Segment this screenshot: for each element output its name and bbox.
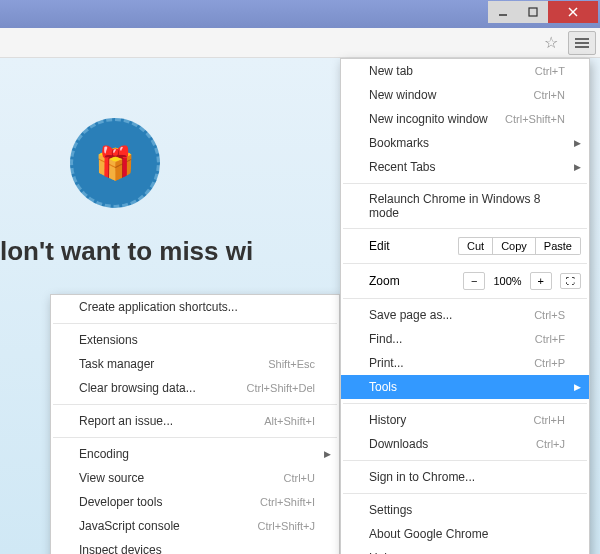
menu-label: Edit [369, 239, 458, 253]
cut-button[interactable]: Cut [458, 237, 492, 255]
shortcut: Ctrl+T [535, 65, 565, 77]
minimize-button[interactable] [488, 1, 518, 23]
menu-recent-tabs[interactable]: Recent Tabs▶ [341, 155, 589, 179]
shortcut: Ctrl+H [534, 414, 565, 426]
menu-save-as[interactable]: Save page as...Ctrl+S [341, 303, 589, 327]
menu-label: Recent Tabs [369, 160, 436, 174]
menu-label: History [369, 413, 406, 427]
copy-button[interactable]: Copy [492, 237, 536, 255]
shortcut: Ctrl+P [534, 357, 565, 369]
submenu-report-issue[interactable]: Report an issue...Alt+Shift+I [51, 409, 339, 433]
menu-new-tab[interactable]: New tabCtrl+T [341, 59, 589, 83]
maximize-button[interactable] [518, 1, 548, 23]
zoom-value: 100% [489, 275, 525, 287]
menu-label: New tab [369, 64, 413, 78]
page-headline: lon't want to miss wi [0, 236, 253, 267]
separator [343, 183, 587, 184]
window-titlebar [0, 0, 600, 28]
chevron-right-icon: ▶ [574, 138, 581, 148]
shortcut: Alt+Shift+I [264, 415, 315, 427]
browser-toolbar: ☆ [0, 28, 600, 58]
menu-label: Find... [369, 332, 402, 346]
menu-bookmarks[interactable]: Bookmarks▶ [341, 131, 589, 155]
separator [343, 403, 587, 404]
separator [53, 323, 337, 324]
submenu-encoding[interactable]: Encoding▶ [51, 442, 339, 466]
menu-label: View source [79, 471, 144, 485]
menu-label: About Google Chrome [369, 527, 488, 541]
separator [53, 437, 337, 438]
submenu-js-console[interactable]: JavaScript consoleCtrl+Shift+J [51, 514, 339, 538]
menu-label: Report an issue... [79, 414, 173, 428]
menu-zoom-row: Zoom − 100% + ⛶ [341, 268, 589, 294]
main-menu: New tabCtrl+T New windowCtrl+N New incog… [340, 58, 590, 554]
shortcut: Ctrl+Shift+I [260, 496, 315, 508]
fullscreen-button[interactable]: ⛶ [560, 273, 581, 289]
menu-label: New incognito window [369, 112, 488, 126]
zoom-out-button[interactable]: − [463, 272, 485, 290]
menu-relaunch[interactable]: Relaunch Chrome in Windows 8 mode [341, 188, 589, 224]
separator [343, 298, 587, 299]
menu-label: Extensions [79, 333, 138, 347]
menu-label: JavaScript console [79, 519, 180, 533]
paste-button[interactable]: Paste [536, 237, 581, 255]
close-button[interactable] [548, 1, 598, 23]
menu-about[interactable]: About Google Chrome [341, 522, 589, 546]
submenu-extensions[interactable]: Extensions [51, 328, 339, 352]
hamburger-menu-button[interactable] [568, 31, 596, 55]
menu-label: Tools [369, 380, 397, 394]
separator [343, 493, 587, 494]
menu-print[interactable]: Print...Ctrl+P [341, 351, 589, 375]
submenu-dev-tools[interactable]: Developer toolsCtrl+Shift+I [51, 490, 339, 514]
tools-submenu: Create application shortcuts... Extensio… [50, 294, 340, 554]
menu-downloads[interactable]: DownloadsCtrl+J [341, 432, 589, 456]
shortcut: Ctrl+Shift+N [505, 113, 565, 125]
menu-help[interactable]: Help [341, 546, 589, 554]
shortcut: Ctrl+Shift+Del [247, 382, 315, 394]
menu-new-incognito[interactable]: New incognito windowCtrl+Shift+N [341, 107, 589, 131]
svg-rect-1 [529, 8, 537, 16]
menu-label: New window [369, 88, 436, 102]
submenu-clear-data[interactable]: Clear browsing data...Ctrl+Shift+Del [51, 376, 339, 400]
menu-label: Bookmarks [369, 136, 429, 150]
menu-label: Sign in to Chrome... [369, 470, 475, 484]
shortcut: Ctrl+Shift+J [258, 520, 315, 532]
menu-label: Relaunch Chrome in Windows 8 mode [369, 192, 565, 220]
menu-label: Clear browsing data... [79, 381, 196, 395]
menu-label: Save page as... [369, 308, 452, 322]
menu-label: Print... [369, 356, 404, 370]
submenu-inspect-devices[interactable]: Inspect devices [51, 538, 339, 554]
menu-signin[interactable]: Sign in to Chrome... [341, 465, 589, 489]
bookmark-star-icon[interactable]: ☆ [544, 33, 562, 52]
menu-label: Task manager [79, 357, 154, 371]
separator [343, 460, 587, 461]
shortcut: Ctrl+U [284, 472, 315, 484]
menu-edit-row: Edit Cut Copy Paste [341, 233, 589, 259]
menu-label: Settings [369, 503, 412, 517]
menu-label: Zoom [369, 274, 459, 288]
separator [53, 404, 337, 405]
menu-new-window[interactable]: New windowCtrl+N [341, 83, 589, 107]
promo-badge: 🎁 [70, 118, 160, 208]
separator [343, 228, 587, 229]
menu-label: Downloads [369, 437, 428, 451]
menu-label: Encoding [79, 447, 129, 461]
separator [343, 263, 587, 264]
shortcut: Ctrl+N [534, 89, 565, 101]
shortcut: Shift+Esc [268, 358, 315, 370]
chevron-right-icon: ▶ [324, 449, 331, 459]
gift-icon: 🎁 [95, 144, 135, 182]
submenu-view-source[interactable]: View sourceCtrl+U [51, 466, 339, 490]
chevron-right-icon: ▶ [574, 162, 581, 172]
menu-tools[interactable]: Tools▶ [341, 375, 589, 399]
menu-label: Create application shortcuts... [79, 300, 238, 314]
zoom-in-button[interactable]: + [530, 272, 552, 290]
menu-find[interactable]: Find...Ctrl+F [341, 327, 589, 351]
menu-history[interactable]: HistoryCtrl+H [341, 408, 589, 432]
submenu-task-manager[interactable]: Task managerShift+Esc [51, 352, 339, 376]
shortcut: Ctrl+J [536, 438, 565, 450]
menu-label: Inspect devices [79, 543, 162, 554]
chevron-right-icon: ▶ [574, 382, 581, 392]
menu-settings[interactable]: Settings [341, 498, 589, 522]
submenu-create-shortcuts[interactable]: Create application shortcuts... [51, 295, 339, 319]
